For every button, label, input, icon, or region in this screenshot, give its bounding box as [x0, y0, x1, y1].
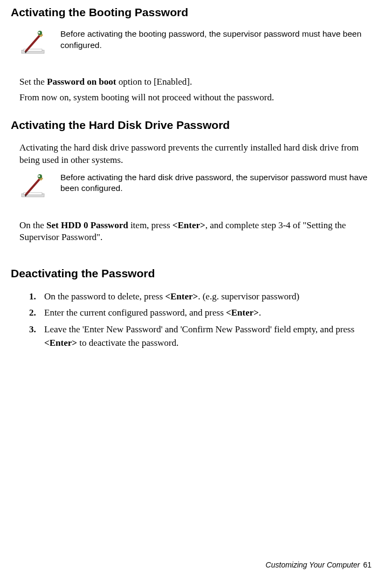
step-number: 2. — [29, 306, 44, 320]
body-paragraph: On the Set HDD 0 Password item, press <E… — [19, 220, 370, 244]
text-run: Set the — [19, 77, 47, 87]
step-number: 1. — [29, 290, 44, 304]
text-bold: <Enter> — [226, 307, 259, 318]
pencil-note-icon — [19, 172, 47, 200]
footer-text: Customizing Your Computer — [266, 560, 360, 569]
body-paragraph: Activating the hard disk drive password … — [19, 142, 370, 167]
note-text: Before activating the booting password, … — [60, 29, 370, 51]
text-run: On the — [19, 220, 46, 230]
list-item: 2. Enter the current configured password… — [29, 306, 370, 320]
step-text: Leave the 'Enter New Password' and 'Conf… — [44, 323, 370, 350]
text-run: Enter the current configured password, a… — [44, 307, 226, 318]
text-run: . — [259, 307, 261, 318]
body-paragraph: From now on, system booting will not pro… — [19, 92, 370, 104]
text-run: On the password to delete, press — [44, 291, 165, 302]
step-text: On the password to delete, press <Enter>… — [44, 290, 370, 304]
text-run: option to [Enabled]. — [116, 77, 192, 87]
page-number: 61 — [363, 560, 372, 569]
svg-rect-6 — [38, 32, 40, 33]
text-bold: Set HDD 0 Password — [46, 220, 128, 230]
note-block: Before activating the hard disk drive pa… — [19, 172, 370, 200]
svg-line-2 — [26, 34, 41, 51]
text-bold: <Enter> — [173, 220, 205, 230]
svg-rect-13 — [38, 175, 40, 177]
note-text: Before activating the hard disk drive pa… — [60, 172, 370, 195]
heading-deactivating: Deactivating the Password — [11, 265, 370, 281]
heading-hdd-password: Activating the Hard Disk Drive Password — [11, 117, 370, 133]
text-bold: <Enter> — [165, 291, 198, 302]
step-text: Enter the current configured password, a… — [44, 306, 370, 320]
text-bold: <Enter> — [44, 338, 77, 348]
page-footer: Customizing Your Computer61 — [266, 560, 372, 571]
text-bold: Password on boot — [47, 77, 116, 87]
svg-line-9 — [26, 177, 41, 195]
text-run: Leave the 'Enter New Password' and 'Conf… — [44, 324, 354, 334]
list-item: 1. On the password to delete, press <Ent… — [29, 290, 370, 304]
note-block: Before activating the booting password, … — [19, 29, 370, 57]
body-paragraph: Set the Password on boot option to [Enab… — [19, 76, 370, 88]
text-run: item, press — [128, 220, 173, 230]
step-number: 3. — [29, 323, 44, 350]
text-run: . (e.g. supervisor password) — [198, 291, 299, 302]
heading-booting-password: Activating the Booting Password — [11, 4, 370, 20]
text-run: to deactivate the password. — [77, 338, 178, 348]
list-item: 3. Leave the 'Enter New Password' and 'C… — [29, 323, 370, 350]
pencil-note-icon — [19, 29, 47, 57]
steps-list: 1. On the password to delete, press <Ent… — [29, 290, 370, 350]
